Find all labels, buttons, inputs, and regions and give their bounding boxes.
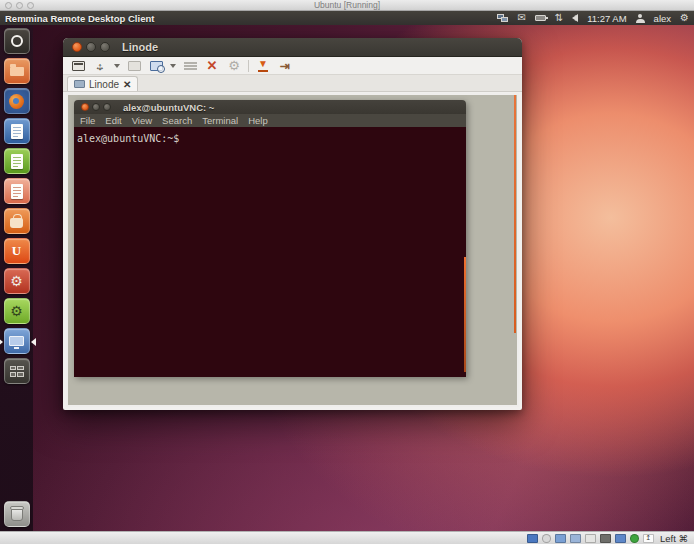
hard-disk-icon[interactable] [527,534,538,543]
battery-icon[interactable] [535,15,546,21]
impress-doc-icon [11,184,23,199]
launcher-item-libreoffice-impress[interactable] [4,178,30,204]
launcher-item-ubuntu-dash[interactable] [4,28,30,54]
host-window-title: Ubuntu [Running] [0,0,694,10]
host-close-button[interactable] [5,2,12,9]
terminal-body[interactable]: alex@ubuntuVNC:~$ [74,127,466,377]
zoom-icon [150,61,163,71]
session-gear-icon[interactable]: ⚙ [680,13,689,23]
terminal-menubar: File Edit View Search Terminal Help [74,114,466,127]
launcher-item-ubuntu-software-center[interactable] [4,208,30,234]
writer-doc-icon [11,124,23,139]
menu-file[interactable]: File [80,115,95,126]
remote-wallpaper-artifact [514,95,516,333]
settings-button[interactable]: ⚙ [226,59,242,73]
remmina-monitor-icon [9,336,24,346]
launcher-item-system-settings[interactable]: ⚙ [4,268,30,294]
dropdown-caret-icon[interactable] [170,64,176,68]
firefox-icon [9,94,24,109]
shell-prompt: alex@ubuntuVNC:~$ [77,133,179,144]
remmina-toolbar: ↔↕ ✕ ⚙ ▼ ⇥ [63,57,522,75]
host-key-icon: ↥ [643,534,654,543]
scaled-mode-button[interactable] [126,59,142,73]
menu-view[interactable]: View [132,115,152,126]
trash-bin-icon [11,508,23,521]
scaled-mode-icon [128,61,141,71]
launcher-item-workspace-switcher[interactable] [4,358,30,384]
floppy-icon[interactable] [585,534,596,543]
network-adapter-icon[interactable] [570,534,581,543]
tab-close-icon[interactable]: ✕ [123,79,131,90]
ubuntu-one-icon: U [12,243,21,259]
audio-icon[interactable] [555,534,566,543]
minimize-button[interactable] [86,42,96,52]
launcher-item-ubuntu-one[interactable]: U [4,238,30,264]
launcher-item-libreoffice-calc[interactable] [4,148,30,174]
vnc-viewport[interactable]: alex@ubuntuVNC: ~ File Edit View Search … [66,93,519,407]
running-indicator-icon [0,338,3,346]
user-name[interactable]: alex [654,13,671,24]
host-key-label: Left ⌘ [660,533,688,544]
mail-icon[interactable]: ✉ [517,13,525,23]
preferences-button[interactable]: ✕ [204,59,220,73]
remmina-titlebar[interactable]: Linode [63,38,522,57]
keyboard-grab-button[interactable] [182,59,198,73]
connection-tab-icon [74,80,85,88]
speaker-icon[interactable] [572,14,578,22]
settings-gear-icon: ⚙ [10,274,23,288]
system-tray: ✉ ⇅ 11:27 AM alex ⚙ [497,13,689,24]
host-window-titlebar[interactable]: Ubuntu [Running] [0,0,694,11]
terminal-window: alex@ubuntuVNC: ~ File Edit View Search … [74,100,466,377]
video-capture-icon[interactable] [630,534,639,543]
keyboard-grab-icon [184,62,197,70]
terminal-maximize-button[interactable] [103,103,111,111]
host-window-controls[interactable] [5,2,34,9]
close-button[interactable] [72,42,82,52]
calc-doc-icon [11,154,23,169]
unity-launcher: U ⚙ ⚙ [0,25,33,531]
resize-button[interactable]: ↔↕ [92,59,108,73]
launcher-item-home-folder[interactable] [4,58,30,84]
user-icon[interactable] [636,14,645,23]
remote-wallpaper-artifact [464,257,466,372]
menu-help[interactable]: Help [248,115,268,126]
host-minimize-button[interactable] [16,2,23,9]
connection-tab[interactable]: Linode ✕ [67,76,138,91]
clock[interactable]: 11:27 AM [587,13,626,24]
screenshot-button[interactable]: ▼ [255,59,271,73]
shopping-bag-icon [10,218,23,228]
menu-search[interactable]: Search [162,115,192,126]
dropdown-caret-icon[interactable] [114,64,120,68]
settings-gear-icon: ⚙ [228,59,240,72]
launcher-item-update-manager[interactable]: ⚙ [4,298,30,324]
menu-edit[interactable]: Edit [105,115,121,126]
menu-terminal[interactable]: Terminal [202,115,238,126]
virtualbox-statusbar: ↥ Left ⌘ [0,531,694,544]
optical-drive-icon[interactable] [542,534,551,543]
preferences-tools-icon: ✕ [207,59,218,72]
ubuntu-top-panel: Remmina Remote Desktop Client ✉ ⇅ 11:27 … [0,11,694,25]
updater-gear-icon: ⚙ [10,304,23,318]
active-app-title[interactable]: Remmina Remote Desktop Client [5,13,154,24]
network-icon[interactable] [497,14,508,22]
zoom-button[interactable] [148,59,164,73]
remmina-window: Linode ↔↕ ✕ ⚙ ▼ ⇥ Linode ✕ [63,38,522,410]
launcher-item-trash[interactable] [4,501,30,527]
host-zoom-button[interactable] [27,2,34,9]
window-title: Linode [122,41,158,53]
ubuntu-logo-icon [11,35,23,47]
sync-arrows-icon[interactable]: ⇅ [555,13,563,23]
launcher-item-libreoffice-writer[interactable] [4,118,30,144]
terminal-titlebar[interactable]: alex@ubuntuVNC: ~ [74,100,466,114]
launcher-item-remmina[interactable] [4,328,30,354]
fullscreen-button[interactable] [70,59,86,73]
usb-icon[interactable] [600,534,611,543]
terminal-title: alex@ubuntuVNC: ~ [123,102,214,113]
focused-indicator-icon [31,338,36,346]
launcher-item-firefox[interactable] [4,88,30,114]
display-icon[interactable] [615,534,626,543]
disconnect-button[interactable]: ⇥ [277,59,293,73]
maximize-button[interactable] [100,42,110,52]
terminal-minimize-button[interactable] [92,103,100,111]
terminal-close-button[interactable] [81,103,89,111]
